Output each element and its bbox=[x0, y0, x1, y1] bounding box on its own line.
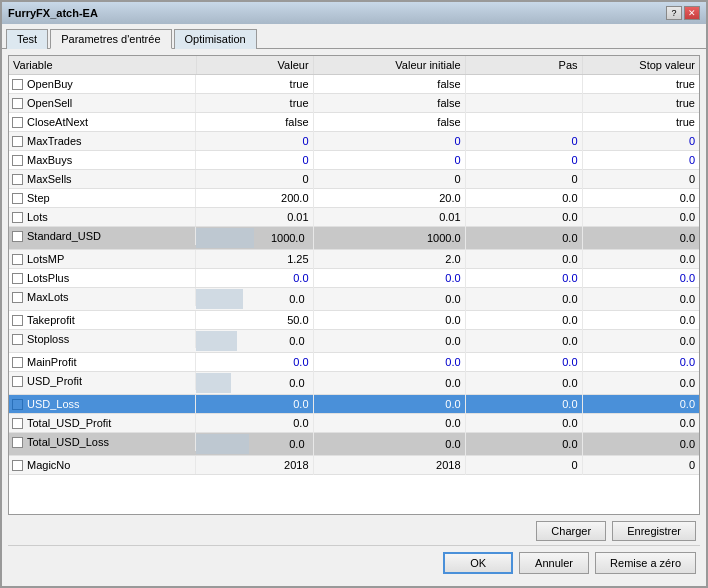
row-checkbox[interactable] bbox=[12, 418, 23, 429]
row-checkbox[interactable] bbox=[12, 155, 23, 166]
stop-cell: 0.0 bbox=[582, 330, 699, 353]
var-label: OpenSell bbox=[27, 97, 72, 109]
help-button[interactable]: ? bbox=[666, 6, 682, 20]
row-checkbox[interactable] bbox=[12, 292, 23, 303]
var-cell: USD_Profit bbox=[9, 372, 196, 390]
tab-optimisation[interactable]: Optimisation bbox=[174, 29, 257, 49]
var-cell: Takeprofit bbox=[9, 311, 196, 329]
row-checkbox[interactable] bbox=[12, 460, 23, 471]
var-label: Step bbox=[27, 192, 50, 204]
var-cell: MaxLots bbox=[9, 288, 196, 306]
header-variable: Variable bbox=[9, 56, 196, 75]
var-label: Standard_USD bbox=[27, 230, 101, 242]
pas-cell bbox=[465, 113, 582, 132]
valeur-cell: 2018 bbox=[196, 456, 313, 475]
stop-cell: true bbox=[582, 75, 699, 94]
valeur-text: 1000.0 bbox=[200, 229, 308, 247]
pas-cell: 0.0 bbox=[465, 311, 582, 330]
stop-cell: 0.0 bbox=[582, 433, 699, 456]
row-checkbox[interactable] bbox=[12, 254, 23, 265]
row-checkbox[interactable] bbox=[12, 136, 23, 147]
table-row: MaxSells0000 bbox=[9, 170, 699, 189]
table-row: MagicNo2018201800 bbox=[9, 456, 699, 475]
action-buttons: Charger Enregistrer bbox=[8, 515, 700, 545]
initiale-cell: 2.0 bbox=[313, 250, 465, 269]
valeur-cell: 0 bbox=[196, 151, 313, 170]
row-checkbox[interactable] bbox=[12, 357, 23, 368]
pas-cell bbox=[465, 75, 582, 94]
stop-cell: 0.0 bbox=[582, 189, 699, 208]
var-label: MaxLots bbox=[27, 291, 69, 303]
table-row: MaxTrades0000 bbox=[9, 132, 699, 151]
row-checkbox[interactable] bbox=[12, 399, 23, 410]
table-row: MaxLots0.00.00.00.0 bbox=[9, 288, 699, 311]
enregistrer-button[interactable]: Enregistrer bbox=[612, 521, 696, 541]
var-cell: Stoploss bbox=[9, 330, 196, 348]
ok-button[interactable]: OK bbox=[443, 552, 513, 574]
var-cell: CloseAtNext bbox=[9, 113, 196, 131]
var-cell: Step bbox=[9, 189, 196, 207]
row-checkbox[interactable] bbox=[12, 193, 23, 204]
pas-cell: 0.0 bbox=[465, 433, 582, 456]
table-row: OpenBuytruefalsetrue bbox=[9, 75, 699, 94]
row-checkbox[interactable] bbox=[12, 315, 23, 326]
stop-cell: 0 bbox=[582, 456, 699, 475]
initiale-cell: 0.0 bbox=[313, 414, 465, 433]
remise-button[interactable]: Remise a zéro bbox=[595, 552, 696, 574]
valeur-text: 0.0 bbox=[200, 290, 308, 308]
close-button[interactable]: ✕ bbox=[684, 6, 700, 20]
row-checkbox[interactable] bbox=[12, 79, 23, 90]
initiale-cell: 0.0 bbox=[313, 433, 465, 456]
initiale-cell: false bbox=[313, 113, 465, 132]
valeur-cell: 0.0 bbox=[196, 414, 313, 433]
pas-cell: 0.0 bbox=[465, 250, 582, 269]
stop-cell: 0.0 bbox=[582, 311, 699, 330]
valeur-cell: true bbox=[196, 75, 313, 94]
row-checkbox[interactable] bbox=[12, 376, 23, 387]
content-area: Variable Valeur Valeur initiale Pas Stop… bbox=[2, 49, 706, 586]
pas-cell: 0 bbox=[465, 170, 582, 189]
tab-test[interactable]: Test bbox=[6, 29, 48, 49]
pas-cell: 0 bbox=[465, 151, 582, 170]
var-cell: Standard_USD bbox=[9, 227, 196, 245]
pas-cell: 0.0 bbox=[465, 372, 582, 395]
initiale-cell: 0 bbox=[313, 132, 465, 151]
pas-cell: 0.0 bbox=[465, 208, 582, 227]
pas-cell: 0.0 bbox=[465, 288, 582, 311]
table-row: Step200.020.00.00.0 bbox=[9, 189, 699, 208]
initiale-cell: 1000.0 bbox=[313, 227, 465, 250]
table-row: MaxBuys0000 bbox=[9, 151, 699, 170]
initiale-cell: 0 bbox=[313, 151, 465, 170]
charger-button[interactable]: Charger bbox=[536, 521, 606, 541]
var-cell: USD_Loss bbox=[9, 395, 196, 413]
row-checkbox[interactable] bbox=[12, 231, 23, 242]
row-checkbox[interactable] bbox=[12, 334, 23, 345]
pas-cell: 0.0 bbox=[465, 269, 582, 288]
row-checkbox[interactable] bbox=[12, 98, 23, 109]
pas-cell: 0.0 bbox=[465, 330, 582, 353]
header-stop: Stop valeur bbox=[582, 56, 699, 75]
var-cell: LotsMP bbox=[9, 250, 196, 268]
valeur-cell: true bbox=[196, 94, 313, 113]
row-checkbox[interactable] bbox=[12, 174, 23, 185]
initiale-cell: 0.0 bbox=[313, 330, 465, 353]
initiale-cell: false bbox=[313, 94, 465, 113]
var-label: USD_Profit bbox=[27, 375, 82, 387]
row-checkbox[interactable] bbox=[12, 273, 23, 284]
row-checkbox[interactable] bbox=[12, 437, 23, 448]
stop-cell: 0 bbox=[582, 151, 699, 170]
valeur-cell: 0 bbox=[196, 170, 313, 189]
tab-parametres[interactable]: Parametres d'entrée bbox=[50, 29, 171, 49]
pas-cell: 0.0 bbox=[465, 395, 582, 414]
table-row: Lots0.010.010.00.0 bbox=[9, 208, 699, 227]
footer-buttons: OK Annuler Remise a zéro bbox=[8, 545, 700, 580]
valeur-text: 0.0 bbox=[200, 332, 308, 350]
var-label: MagicNo bbox=[27, 459, 70, 471]
annuler-button[interactable]: Annuler bbox=[519, 552, 589, 574]
valeur-cell: false bbox=[196, 113, 313, 132]
table-row: USD_Loss0.00.00.00.0 bbox=[9, 395, 699, 414]
header-initiale: Valeur initiale bbox=[313, 56, 465, 75]
initiale-cell: 2018 bbox=[313, 456, 465, 475]
row-checkbox[interactable] bbox=[12, 117, 23, 128]
row-checkbox[interactable] bbox=[12, 212, 23, 223]
